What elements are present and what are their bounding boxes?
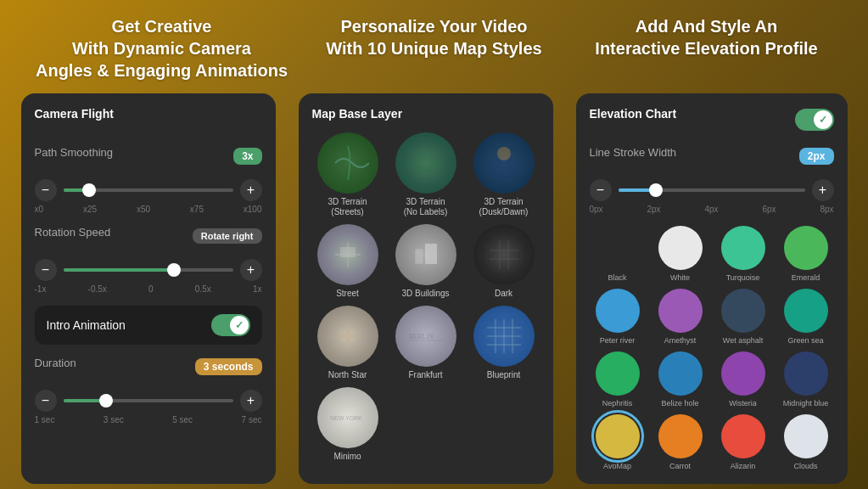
elevation-toggle-knob: ✓ [814, 110, 832, 129]
color-label-white: White [670, 273, 690, 282]
line-stroke-increase[interactable]: + [812, 179, 834, 201]
color-item-wisteria[interactable]: Wisteria [715, 351, 771, 408]
color-circle-peter-river [596, 289, 640, 333]
color-grid: Black White Turquoise Emerald Peter rive… [590, 226, 834, 470]
duration-increase[interactable]: + [240, 390, 262, 412]
map-item-minimo[interactable]: NEW YORK Minimo [312, 387, 384, 462]
duration-thumb [99, 394, 113, 408]
color-item-nephritis[interactable]: Nephritis [590, 351, 646, 408]
color-item-peter-river[interactable]: Peter river [590, 289, 646, 345]
line-stroke-slider-row[interactable]: − + [590, 179, 834, 201]
map-circle-terrain-dusk [473, 132, 535, 194]
color-label-green-sea: Green sea [787, 336, 823, 345]
label-x50: x50 [137, 205, 150, 214]
map-label-terrain-streets: 3D Terrain(Streets) [328, 197, 367, 217]
color-item-black[interactable]: Black [590, 226, 646, 282]
map-circle-3d-buildings [395, 224, 456, 285]
rotation-speed-track[interactable] [64, 268, 233, 272]
duration-track[interactable] [64, 399, 233, 402]
line-stroke-badge: 2px [799, 148, 834, 165]
color-item-carrot[interactable]: Carrot [652, 414, 708, 470]
map-circle-blueprint [473, 306, 535, 367]
color-item-belize-hole[interactable]: Belize hole [652, 351, 708, 408]
path-smoothing-decrease[interactable]: − [35, 179, 57, 201]
elevation-chart-panel: Elevation Chart ✓ Line Stroke Width 2px … [576, 93, 848, 484]
map-style-grid: 3D Terrain(Streets) 3D Terrain(No Labels… [312, 132, 540, 462]
map-item-dark[interactable]: Dark [468, 224, 540, 299]
svg-rect-6 [415, 249, 423, 264]
line-stroke-decrease[interactable]: − [590, 179, 612, 201]
color-circle-alizarin [721, 414, 765, 458]
svg-rect-5 [340, 247, 356, 257]
elevation-panel-header: Elevation Chart ✓ [590, 107, 834, 132]
color-circle-black [596, 226, 640, 270]
color-circle-clouds [784, 414, 828, 458]
map-circle-terrain-nolabels [395, 132, 456, 194]
color-item-amethyst[interactable]: Amethyst [652, 289, 708, 345]
map-label-north-star: North Star [328, 370, 367, 380]
color-item-clouds[interactable]: Clouds [778, 414, 834, 470]
duration-badge: 3 seconds [195, 358, 262, 375]
color-item-alizarin[interactable]: Alizarin [715, 414, 771, 470]
color-item-turquoise[interactable]: Turquoise [715, 226, 771, 282]
line-stroke-labels: 0px 2px 4px 6px 8px [590, 205, 834, 214]
color-item-emerald[interactable]: Emerald [778, 226, 834, 282]
header-map: Personalize Your VideoWith 10 Unique Map… [298, 15, 570, 82]
label-neg1x: -1x [35, 284, 47, 294]
color-item-midnight-blue[interactable]: Midnight blue [778, 351, 834, 408]
label-1x: 1x [253, 284, 262, 294]
color-item-wet-asphalt[interactable]: Wet asphalt [715, 289, 771, 345]
intro-animation-row[interactable]: Intro Animation ✓ [35, 306, 262, 345]
label-05x: 0.5x [195, 284, 211, 294]
map-item-terrain-streets[interactable]: 3D Terrain(Streets) [312, 132, 384, 217]
color-label-wisteria: Wisteria [729, 399, 757, 408]
color-item-white[interactable]: White [652, 226, 708, 282]
rotation-speed-increase[interactable]: + [240, 259, 262, 281]
label-6px: 6px [762, 205, 776, 214]
elevation-toggle[interactable]: ✓ [795, 109, 834, 131]
path-smoothing-slider-row[interactable]: − + [35, 179, 262, 201]
color-circle-white [658, 226, 703, 270]
color-circle-amethyst [658, 289, 703, 333]
color-circle-nephritis [596, 351, 640, 396]
header: Get CreativeWith Dynamic CameraAngles & … [0, 0, 868, 93]
color-label-emerald: Emerald [792, 273, 820, 282]
path-smoothing-badge: 3x [233, 148, 261, 165]
map-item-street[interactable]: Street [312, 224, 384, 299]
label-x25: x25 [83, 205, 97, 214]
intro-animation-label: Intro Animation [47, 318, 126, 332]
svg-point-2 [497, 147, 511, 160]
elevation-panel-title: Elevation Chart [590, 107, 677, 121]
map-item-frankfurt[interactable]: BERLIN Frankfurt [390, 306, 462, 380]
intro-animation-toggle[interactable]: ✓ [211, 314, 250, 336]
map-label-terrain-nolabels: 3D Terrain(No Labels) [404, 197, 448, 217]
map-item-blueprint[interactable]: Blueprint [468, 306, 540, 380]
map-label-dark: Dark [495, 289, 512, 299]
label-1sec: 1 sec [35, 415, 55, 424]
rotation-speed-decrease[interactable]: − [35, 259, 57, 281]
duration-header: Duration 3 seconds [35, 357, 262, 376]
map-item-terrain-dusk[interactable]: 3D Terrain(Dusk/Dawn) [468, 132, 540, 217]
duration-slider-row[interactable]: − + [35, 390, 262, 412]
header-elevation-title: Add And Style AnInteractive Elevation Pr… [570, 15, 843, 59]
map-item-3d-buildings[interactable]: 3D Buildings [390, 224, 462, 299]
label-0px: 0px [590, 205, 603, 214]
color-item-green-sea[interactable]: Green sea [778, 289, 834, 345]
label-0: 0 [148, 284, 154, 294]
color-label-nephritis: Nephritis [602, 399, 633, 408]
duration-decrease[interactable]: − [35, 390, 57, 412]
line-stroke-track[interactable] [619, 188, 805, 192]
rotation-speed-labels: -1x -0.5x 0 0.5x 1x [35, 284, 262, 294]
rotation-speed-fill [64, 268, 174, 272]
label-x75: x75 [190, 205, 204, 214]
header-elevation: Add And Style AnInteractive Elevation Pr… [570, 15, 843, 82]
color-item-avomap[interactable]: AvoMap [590, 414, 646, 470]
path-smoothing-track[interactable] [64, 188, 233, 192]
map-item-terrain-nolabels[interactable]: 3D Terrain(No Labels) [390, 132, 462, 217]
path-smoothing-increase[interactable]: + [240, 179, 262, 201]
map-item-north-star[interactable]: North Star [312, 306, 384, 380]
map-circle-frankfurt: BERLIN [395, 306, 456, 367]
rotation-speed-slider-row[interactable]: − + [35, 259, 262, 281]
color-circle-belize-hole [658, 351, 703, 396]
label-x0: x0 [35, 205, 44, 214]
